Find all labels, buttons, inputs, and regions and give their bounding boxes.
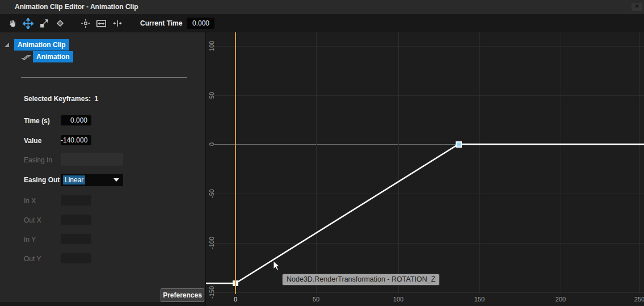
animation-curve-icon: [21, 53, 32, 64]
title-bar: Animation Clip Editor - Animation Clip ×: [0, 0, 644, 14]
animation-curve: [206, 32, 644, 306]
scale-tool-button[interactable]: [39, 18, 49, 29]
x-tick-200: 200: [549, 296, 572, 303]
current-time-input[interactable]: 0.000: [187, 18, 214, 29]
out-x-input: [61, 215, 91, 225]
spread-horizontal-button[interactable]: [112, 18, 123, 29]
out-x-label: Out X: [24, 215, 41, 225]
easing-in-input: [61, 153, 123, 166]
value-input[interactable]: -140.000: [61, 135, 91, 145]
curve-editor-canvas[interactable]: 100 50 0 -50 -100 -150 0 50 100 150 200 …: [206, 32, 644, 306]
easing-out-dropdown[interactable]: Linear: [61, 174, 123, 186]
toolbar: Current Time 0.000: [0, 14, 644, 32]
spread-horizontal-icon: [112, 18, 123, 28]
playhead-time-cursor[interactable]: [235, 32, 236, 294]
x-tick-50: 50: [305, 296, 327, 303]
focus-origin-button[interactable]: [80, 18, 91, 29]
preferences-button[interactable]: Preferences: [161, 288, 204, 302]
value-label: Value: [24, 136, 41, 146]
y-tick-50: 50: [206, 81, 217, 110]
keyframe-point[interactable]: [456, 141, 462, 148]
y-tick--50: -50: [206, 179, 217, 208]
time-input[interactable]: 0.000: [61, 115, 91, 125]
tree-item-animation-clip[interactable]: Animation Clip: [14, 39, 69, 51]
time-label: Time (s): [24, 116, 50, 126]
easing-out-selected-value: Linear: [63, 175, 85, 185]
in-x-input: [61, 195, 91, 206]
animation-clip-editor-window: Animation Clip Editor - Animation Clip ×…: [0, 0, 644, 306]
move-tool-button[interactable]: [23, 18, 33, 29]
in-x-label: In X: [24, 196, 36, 206]
properties-panel: Animation Clip Animation Selected Keyfra…: [0, 32, 205, 306]
chevron-down-icon: [113, 178, 119, 182]
fit-width-button[interactable]: [96, 18, 107, 29]
close-button[interactable]: ×: [632, 3, 642, 11]
diamond-icon: [55, 18, 65, 28]
in-y-input: [61, 234, 91, 244]
x-tick-0: 0: [224, 296, 247, 303]
y-tick--100: -100: [206, 228, 217, 258]
easing-in-label: Easing In: [24, 155, 52, 165]
out-y-label: Out Y: [24, 254, 41, 264]
move-icon: [23, 18, 33, 29]
tree-expander-icon[interactable]: [5, 43, 9, 47]
in-y-label: In Y: [24, 234, 36, 245]
y-tick-0: 0: [206, 129, 217, 159]
crosshair-icon: [81, 18, 91, 28]
fit-width-icon: [96, 18, 107, 29]
x-tick-100: 100: [387, 296, 410, 303]
separator: [21, 77, 187, 78]
easing-out-label: Easing Out: [24, 175, 60, 185]
x-tick-250: 250: [628, 296, 644, 303]
out-y-input: [61, 253, 91, 263]
selected-keyframes-text: Selected Keyframes: 1: [24, 95, 98, 103]
x-tick-150: 150: [468, 296, 491, 303]
hand-icon: [7, 19, 17, 28]
property-tooltip: Node3D.RenderTransformation - ROTATION_Z: [282, 274, 440, 286]
close-icon: ×: [635, 2, 639, 10]
pan-tool-button[interactable]: [7, 18, 18, 29]
panel-bottom-strip: [0, 302, 205, 306]
mouse-cursor: [273, 261, 281, 274]
keyframe-tool-button[interactable]: [54, 18, 65, 29]
y-tick-100: 100: [206, 32, 217, 61]
window-title: Animation Clip Editor - Animation Clip: [15, 0, 138, 14]
tree-item-animation[interactable]: Animation: [33, 51, 73, 62]
scale-icon: [39, 18, 49, 28]
selected-keyframes-count: 1: [94, 95, 98, 103]
y-tick--150: -150: [206, 278, 217, 306]
current-time-label: Current Time: [140, 19, 182, 27]
